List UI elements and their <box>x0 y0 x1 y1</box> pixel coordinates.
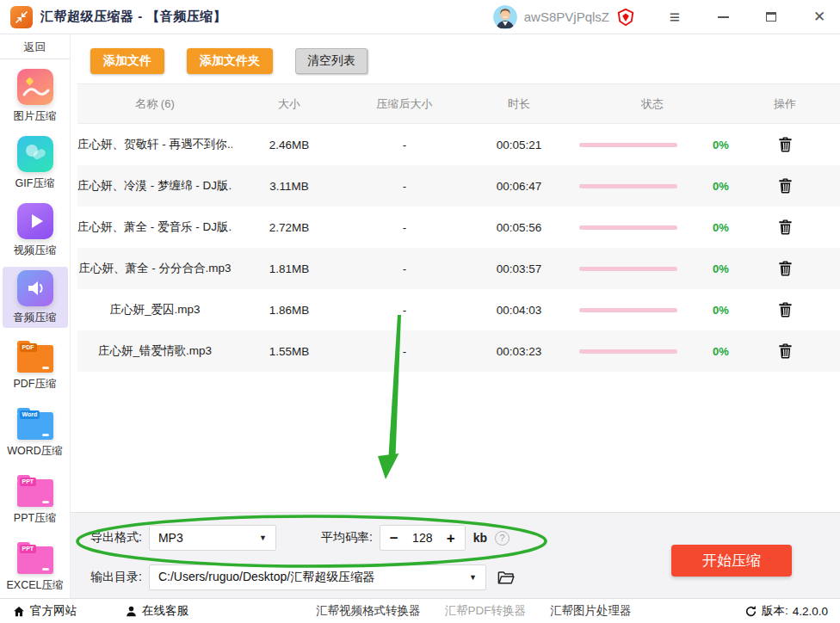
delete-button[interactable] <box>778 136 793 153</box>
back-button[interactable]: 返回 <box>0 34 70 59</box>
sidebar-item-word-compress[interactable]: Word WORD压缩 <box>3 401 68 462</box>
sidebar-item-video-compress[interactable]: 视频压缩 <box>3 200 68 261</box>
chevron-down-icon: ▼ <box>469 573 477 582</box>
action-cell <box>730 260 840 277</box>
table-row[interactable]: 庄心妍、萧全 - 爱音乐 - DJ版.... 2.72MB - 00:05:56… <box>77 207 840 248</box>
user-avatar[interactable] <box>493 5 517 29</box>
vip-badge-icon[interactable] <box>616 8 635 27</box>
version-value: 4.2.0.0 <box>793 605 828 618</box>
action-cell <box>730 301 840 318</box>
file-table-header: 名称 (6) 大小 压缩后大小 时长 状态 操作 <box>77 83 840 124</box>
clear-list-button[interactable]: 清空列表 <box>295 48 368 74</box>
bitrate-minus-button[interactable]: − <box>390 531 398 546</box>
file-name: 庄心妍_爱囚.mp3 <box>77 302 232 318</box>
sidebar-item-ppt-compress[interactable]: PPT PPT压缩 <box>3 468 68 529</box>
col-header-status[interactable]: 状态 <box>575 96 730 112</box>
trash-icon <box>778 136 793 153</box>
delete-button[interactable] <box>778 260 793 277</box>
gif-compress-icon <box>17 136 53 172</box>
file-duration: 00:06:47 <box>463 180 575 193</box>
table-row[interactable]: 庄心妍、冷漠 - 梦缠绵 - DJ版.... 3.11MB - 00:06:47… <box>77 165 840 207</box>
output-dir-label: 输出目录: <box>90 570 142 585</box>
progress-bar <box>579 267 677 271</box>
progress-bar <box>579 349 677 354</box>
table-row[interactable]: 庄心妍_爱囚.mp3 1.86MB - 00:04:03 0% <box>77 289 840 330</box>
progress-percent: 0% <box>713 139 729 151</box>
trash-icon <box>778 177 793 194</box>
bitrate-plus-button[interactable]: + <box>447 531 455 546</box>
file-name: 庄心妍_错爱情歌.mp3 <box>77 343 232 359</box>
image-processor-link[interactable]: 汇帮图片处理器 <box>550 603 632 619</box>
compressed-size: - <box>346 345 463 358</box>
image-compress-icon <box>17 69 53 105</box>
pdf-converter-link[interactable]: 汇帮PDF转换器 <box>445 603 527 619</box>
compressed-size: - <box>346 262 463 275</box>
file-name: 庄心妍、冷漠 - 梦缠绵 - DJ版.... <box>77 178 232 194</box>
browse-folder-button[interactable] <box>497 569 516 586</box>
maximize-button[interactable] <box>763 9 780 26</box>
compressed-size: - <box>346 139 463 151</box>
sidebar-item-pdf-compress[interactable]: PDF PDF压缩 <box>3 334 68 395</box>
col-header-size[interactable]: 大小 <box>232 96 346 112</box>
pdf-folder-icon: PDF <box>17 345 53 373</box>
help-icon[interactable]: ? <box>495 531 510 546</box>
file-table-body: 庄心妍、贺敬轩 - 再遇不到你... 2.46MB - 00:05:21 0% … <box>77 124 840 372</box>
compressed-size: - <box>346 304 463 317</box>
start-compress-button[interactable]: 开始压缩 <box>671 545 792 577</box>
col-header-duration[interactable]: 时长 <box>463 96 575 112</box>
refresh-icon[interactable] <box>744 605 757 618</box>
delete-button[interactable] <box>778 177 793 194</box>
trash-icon <box>778 260 793 277</box>
progress-percent: 0% <box>713 262 729 275</box>
status-cell: 0% <box>575 262 730 275</box>
delete-button[interactable] <box>778 301 793 318</box>
file-size: 1.55MB <box>232 345 346 358</box>
file-name: 庄心妍、贺敬轩 - 再遇不到你... <box>77 137 232 152</box>
statusbar: 官方网站 在线客服 汇帮视频格式转换器 汇帮PDF转换器 汇帮图片处理器 版本:… <box>0 598 840 623</box>
table-row[interactable]: 庄心妍、贺敬轩 - 再遇不到你... 2.46MB - 00:05:21 0% <box>77 124 840 165</box>
progress-percent: 0% <box>713 304 729 317</box>
official-site-link[interactable]: 官方网站 <box>12 603 77 619</box>
action-cell <box>730 177 840 194</box>
col-header-action[interactable]: 操作 <box>730 96 840 112</box>
file-duration: 00:03:57 <box>463 262 575 275</box>
bitrate-label: 平均码率: <box>321 530 373 546</box>
video-compress-icon <box>17 203 53 239</box>
menu-button[interactable]: ≡ <box>666 9 683 26</box>
compressed-size: - <box>346 221 463 234</box>
status-cell: 0% <box>575 304 730 317</box>
minimize-button[interactable] <box>714 9 732 26</box>
chevron-down-icon: ▼ <box>259 534 267 542</box>
col-header-compressed[interactable]: 压缩后大小 <box>346 96 463 112</box>
sidebar-item-image-compress[interactable]: 图片压缩 <box>3 65 68 126</box>
export-format-label: 导出格式: <box>90 530 142 546</box>
bitrate-value[interactable]: 128 <box>412 531 432 545</box>
progress-percent: 0% <box>713 345 729 358</box>
col-header-name[interactable]: 名称 (6) <box>77 96 232 112</box>
delete-button[interactable] <box>778 219 793 236</box>
online-support-link[interactable]: 在线客服 <box>125 603 188 619</box>
delete-button[interactable] <box>778 342 793 360</box>
output-dir-select[interactable]: C:/Users/ruguo/Desktop/汇帮超级压缩器 ▼ <box>149 564 486 590</box>
file-duration: 00:04:03 <box>463 304 575 317</box>
export-format-value: MP3 <box>158 531 183 545</box>
file-duration: 00:05:56 <box>463 221 575 234</box>
status-cell: 0% <box>575 221 730 234</box>
sidebar-item-gif-compress[interactable]: GIF压缩 <box>3 133 68 194</box>
file-size: 3.11MB <box>232 180 346 193</box>
sidebar-item-audio-compress[interactable]: 音频压缩 <box>3 267 68 328</box>
ppt-folder-icon: PPT <box>17 479 53 507</box>
sidebar-item-excel-compress[interactable]: PPT EXCEL压缩 <box>3 535 68 596</box>
close-button[interactable]: ✕ <box>811 9 828 26</box>
video-converter-link[interactable]: 汇帮视频格式转换器 <box>316 603 421 619</box>
person-icon <box>125 605 138 618</box>
home-icon <box>12 605 26 618</box>
export-format-select[interactable]: MP3 ▼ <box>149 525 276 551</box>
file-name: 庄心妍、萧全 - 分分合合.mp3 <box>77 261 232 276</box>
username[interactable]: awS8PVjPqlsZ <box>524 9 609 24</box>
add-file-button[interactable]: 添加文件 <box>90 48 164 74</box>
table-row[interactable]: 庄心妍_错爱情歌.mp3 1.55MB - 00:03:23 0% <box>77 330 840 372</box>
table-row[interactable]: 庄心妍、萧全 - 分分合合.mp3 1.81MB - 00:03:57 0% <box>77 248 840 289</box>
add-folder-button[interactable]: 添加文件夹 <box>187 48 273 74</box>
audio-compress-icon <box>17 270 53 306</box>
